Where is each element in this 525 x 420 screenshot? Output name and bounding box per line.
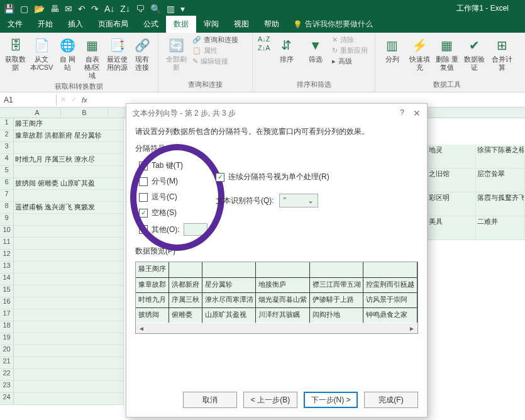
cell[interactable] — [14, 238, 124, 250]
edit-links-button[interactable]: ✎编辑链接 — [192, 57, 238, 66]
tell-me[interactable]: 💡 告诉我你想要做什么 — [287, 16, 379, 33]
qualifier-select[interactable]: " ⌄ — [279, 194, 318, 207]
cell[interactable] — [14, 262, 124, 274]
qat-dropdown-icon[interactable]: ▾ — [180, 4, 185, 14]
checkbox-delim[interactable] — [139, 209, 148, 218]
back-button[interactable]: < 上一步(B) — [243, 392, 297, 408]
sort-button[interactable]: ⇵排序 — [274, 35, 299, 66]
row-head[interactable]: 13 — [0, 262, 14, 274]
row-head[interactable]: 15 — [0, 285, 14, 297]
qat-icon[interactable]: 🔍 — [150, 4, 161, 14]
cell[interactable]: 层峦耸翠 — [476, 169, 524, 192]
finish-button[interactable]: 完成(F) — [364, 392, 418, 408]
cell[interactable] — [14, 142, 124, 154]
cell[interactable]: 二难并 — [476, 216, 524, 240]
sort-desc-button[interactable]: Z↓A — [258, 44, 270, 52]
qat-icon[interactable]: ✉ — [65, 4, 72, 14]
checkbox-delim[interactable] — [139, 177, 148, 186]
row-head[interactable]: 24 — [0, 393, 14, 405]
row-head[interactable]: 23 — [0, 381, 14, 393]
qat-icon[interactable]: 🖶 — [50, 4, 59, 14]
close-icon[interactable]: ✕ — [413, 108, 421, 118]
checkbox-delim[interactable] — [139, 225, 148, 234]
row-head[interactable]: 21 — [0, 357, 14, 369]
col-head[interactable]: B — [61, 108, 108, 118]
row-head[interactable]: 18 — [0, 321, 14, 333]
row-head[interactable]: 1 — [0, 118, 14, 130]
row-head[interactable]: 6 — [0, 178, 14, 190]
cancel-icon[interactable]: ✕ — [60, 96, 66, 104]
cell[interactable]: 时维九月 序属三秋 潦水尽 — [14, 154, 124, 166]
row-head[interactable]: 7 — [0, 190, 14, 202]
tab-file[interactable]: 文件 — [0, 16, 30, 33]
redo-icon[interactable]: ↷ — [91, 4, 99, 14]
undo-icon[interactable]: ↶ — [78, 4, 86, 14]
cell[interactable] — [14, 393, 124, 405]
row-head[interactable]: 8 — [0, 202, 14, 214]
sort-asc-icon[interactable]: A↓ — [104, 4, 114, 14]
tab-view[interactable]: 视图 — [226, 16, 257, 33]
col-head[interactable]: A — [14, 108, 61, 118]
cell[interactable]: 之旧馆 — [428, 169, 476, 192]
advanced-button[interactable]: ▸高级 — [332, 57, 368, 66]
checkbox-delim[interactable] — [139, 193, 148, 202]
reapply-button[interactable]: ↻重新应用 — [332, 46, 368, 55]
cell[interactable] — [14, 369, 124, 381]
filter-button[interactable]: ▼筛选 — [303, 35, 328, 66]
tab-formulas[interactable]: 公式 — [136, 16, 166, 33]
fx-icon[interactable]: fx — [82, 96, 87, 104]
remove-dup-button[interactable]: ▦删除 重复值 — [435, 35, 459, 72]
row-head[interactable]: 19 — [0, 333, 14, 345]
qat-icon[interactable]: ▥ — [167, 4, 175, 14]
checkbox-consecutive[interactable] — [216, 173, 224, 182]
row-head[interactable]: 3 — [0, 142, 14, 154]
row-head[interactable]: 20 — [0, 345, 14, 357]
cell[interactable]: 彩区明 — [428, 192, 476, 216]
row-head[interactable]: 14 — [0, 274, 14, 285]
cell[interactable] — [14, 309, 124, 321]
row-head[interactable]: 11 — [0, 238, 14, 250]
cell[interactable]: 披绣闼 俯雕甍 山原旷其盈 — [14, 178, 124, 190]
row-head[interactable]: 16 — [0, 297, 14, 309]
cell[interactable]: 落霞与孤鹜齐飞 — [476, 192, 524, 216]
enter-icon[interactable]: ✓ — [71, 96, 77, 104]
cell[interactable] — [14, 357, 124, 369]
dialog-titlebar[interactable]: 文本分列向导 - 第 2 步, 共 3 步 ? ✕ — [126, 104, 427, 123]
from-web-button[interactable]: 🌐自 网站 — [57, 35, 78, 80]
help-icon[interactable]: ? — [400, 108, 404, 118]
row-head[interactable]: 12 — [0, 250, 14, 262]
cell[interactable] — [14, 321, 124, 333]
cell[interactable] — [14, 381, 124, 393]
tab-data[interactable]: 数据 — [166, 16, 196, 33]
qat-icon[interactable]: 🗨 — [136, 4, 145, 14]
cell[interactable] — [14, 226, 124, 238]
cell[interactable] — [14, 333, 124, 345]
tab-layout[interactable]: 页面布局 — [91, 16, 136, 33]
cell[interactable] — [14, 214, 124, 226]
cell[interactable] — [14, 274, 124, 285]
cell[interactable]: 滕王阁序 — [14, 118, 124, 130]
row-head[interactable]: 2 — [0, 130, 14, 142]
consolidate-button[interactable]: ⊞合并计算 — [490, 35, 514, 72]
row-head[interactable]: 22 — [0, 369, 14, 381]
cell[interactable] — [14, 250, 124, 262]
checkbox-delim[interactable] — [139, 162, 148, 170]
cell[interactable] — [14, 166, 124, 178]
cell[interactable]: 遥襟甫畅 逸兴遄飞 爽籁发 — [14, 202, 124, 214]
other-delim-input[interactable] — [184, 223, 207, 236]
save-icon[interactable]: 💾 — [4, 4, 14, 14]
row-head[interactable]: 9 — [0, 214, 14, 226]
row-head[interactable]: 17 — [0, 309, 14, 321]
queries-conn-button[interactable]: 🔗查询和连接 — [192, 35, 238, 45]
tab-help[interactable]: 帮助 — [257, 16, 287, 33]
properties-button[interactable]: 📋属性 — [192, 46, 238, 55]
open-icon[interactable]: 📂 — [34, 4, 45, 14]
cell[interactable]: 徐孺下陈蕃之榻 — [476, 145, 524, 169]
cell[interactable]: 美具 — [428, 216, 476, 240]
cell[interactable]: 豫章故郡 洪都新府 星分翼轸 — [14, 130, 124, 142]
from-table-button[interactable]: ▦自表 格/区域 — [82, 35, 103, 80]
clear-filter-button[interactable]: ✕清除 — [332, 35, 368, 45]
cell[interactable] — [14, 345, 124, 357]
cell[interactable] — [14, 297, 124, 309]
row-head[interactable]: 4 — [0, 154, 14, 166]
